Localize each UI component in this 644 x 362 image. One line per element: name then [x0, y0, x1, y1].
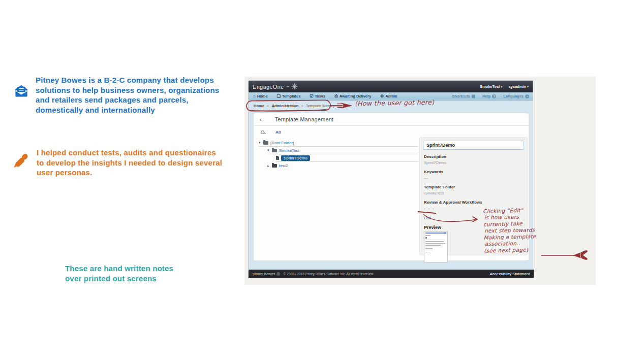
home-icon: ⌂	[253, 94, 256, 98]
chevron-down-icon: ▾	[527, 85, 529, 88]
copyright-text: © 2008 - 2016 Pitney Bowes Software Inc.…	[283, 272, 374, 276]
app-footer: pitney bowes © 2008 - 2016 Pitney Bowes …	[249, 270, 534, 278]
group-menu[interactable]: SmokeTest▾	[480, 84, 502, 89]
menu-help[interactable]: Help ?	[479, 94, 500, 98]
menu-home[interactable]: ⌂ Home	[249, 92, 272, 100]
folder-icon	[272, 149, 277, 152]
chevron-expanded-icon[interactable]: ▾	[267, 148, 272, 152]
chevron-down-icon: ▾	[501, 85, 502, 88]
tasks-icon: ☑	[310, 94, 313, 98]
tree-row-smoketest[interactable]: ▾ SmokeTest	[267, 147, 418, 154]
back-icon[interactable]: ‹	[260, 116, 262, 122]
tree-toolbar: All	[254, 126, 529, 138]
help-icon: ?	[492, 94, 496, 98]
globe-icon: ◔	[525, 94, 529, 98]
pitney-bowes-logo: pitney bowes	[253, 272, 280, 276]
note-pitney-bowes: Pitney Bowes is a B-2-C company that dev…	[36, 75, 236, 115]
field-description: Description Sprint7Demo	[420, 154, 527, 165]
breadcrumb: Home > Administration > Template Managem…	[254, 104, 345, 108]
menu-shortcuts[interactable]: Shortcuts ▤	[449, 94, 479, 98]
folder-icon	[263, 141, 268, 145]
logo-star-icon	[291, 83, 298, 90]
keyboard-icon: ▤	[472, 94, 476, 98]
menu-templates[interactable]: ❏ Templates	[272, 92, 305, 100]
template-name-box[interactable]: Sprint7Demo	[423, 141, 524, 150]
breadcrumb-home[interactable]: Home	[254, 104, 264, 108]
tree-row-test2[interactable]: ▸ test2	[267, 162, 418, 170]
menu-languages[interactable]: Languages ◔	[500, 94, 533, 98]
search-icon[interactable]	[261, 130, 264, 134]
templates-icon: ❏	[277, 94, 281, 98]
user-menu[interactable]: sysadmin▾	[508, 84, 529, 89]
menu-awaiting-delivery[interactable]: ⎙ Awaiting Delivery	[330, 92, 376, 100]
breadcrumb-separator: >	[267, 104, 269, 108]
delivery-icon: ⎙	[334, 94, 338, 99]
card-header: ‹ Template Management	[254, 113, 529, 126]
edit-link[interactable]: Edit	[424, 216, 431, 220]
folder-icon	[272, 164, 277, 168]
tree-row-root-folder[interactable]: ▾ [Root Folder]	[259, 139, 418, 147]
breadcrumb-separator: >	[301, 104, 303, 108]
note-handwritten-explainer: These are hand written notes over printe…	[65, 264, 197, 283]
field-keywords: Keywords ---	[420, 170, 527, 180]
accessibility-statement-link[interactable]: Accessibility Statement	[489, 272, 530, 276]
engageone-logo: EngageOne™	[253, 83, 298, 90]
pen-icon	[13, 153, 28, 168]
file-icon	[276, 156, 279, 160]
note-research: I helped conduct tests, audits and quest…	[37, 148, 240, 178]
handwritten-edit-note: Clicking "Edit" is how users currently t…	[483, 206, 555, 254]
page-title: Template Management	[275, 116, 334, 122]
filter-all-link[interactable]: All	[275, 130, 281, 135]
breadcrumb-current: Template Management	[306, 104, 345, 108]
top-navbar: EngageOne™ SmokeTest▾ sysadmin▾	[249, 81, 533, 92]
tree-row-sprint7demo-selected[interactable]: Sprint7Demo	[276, 154, 418, 162]
breadcrumb-administration[interactable]: Administration	[271, 104, 298, 108]
printed-screenshot-page: EngageOne™ SmokeTest▾ sysadmin▾ ⌂ Home	[244, 77, 596, 285]
menu-tasks[interactable]: ☑ Tasks	[305, 92, 330, 100]
chevron-expanded-icon[interactable]: ▾	[259, 141, 263, 145]
handwritten-breadcrumb-note: (How the user got here)	[355, 98, 434, 108]
logo-tm: ™	[286, 85, 289, 88]
chevron-collapsed-icon[interactable]: ▸	[267, 164, 272, 168]
gear-icon: ⚙	[380, 94, 384, 98]
envelope-icon	[14, 85, 28, 97]
logo-text: EngageOne	[253, 84, 284, 90]
preview-thumbnail[interactable]	[424, 231, 448, 262]
field-template-folder: Template Folder /SmokeTest	[420, 185, 527, 195]
pitney-bowes-mark-icon	[277, 272, 280, 276]
